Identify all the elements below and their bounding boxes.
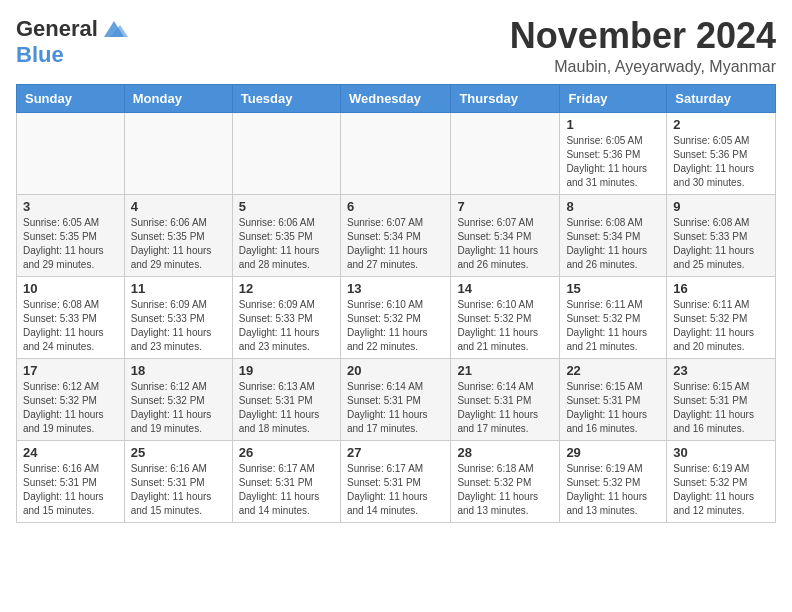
logo-blue-text: Blue: [16, 42, 64, 67]
day-info: Sunrise: 6:07 AM Sunset: 5:34 PM Dayligh…: [457, 216, 553, 272]
calendar-week-row: 10Sunrise: 6:08 AM Sunset: 5:33 PM Dayli…: [17, 276, 776, 358]
month-title: November 2024: [510, 16, 776, 56]
calendar-cell: [340, 112, 450, 194]
day-number: 30: [673, 445, 769, 460]
day-info: Sunrise: 6:19 AM Sunset: 5:32 PM Dayligh…: [566, 462, 660, 518]
day-info: Sunrise: 6:05 AM Sunset: 5:35 PM Dayligh…: [23, 216, 118, 272]
title-block: November 2024 Maubin, Ayeyarwady, Myanma…: [510, 16, 776, 76]
day-info: Sunrise: 6:14 AM Sunset: 5:31 PM Dayligh…: [347, 380, 444, 436]
day-info: Sunrise: 6:07 AM Sunset: 5:34 PM Dayligh…: [347, 216, 444, 272]
calendar-cell: 19Sunrise: 6:13 AM Sunset: 5:31 PM Dayli…: [232, 358, 340, 440]
day-number: 18: [131, 363, 226, 378]
day-info: Sunrise: 6:08 AM Sunset: 5:33 PM Dayligh…: [23, 298, 118, 354]
calendar-cell: [124, 112, 232, 194]
day-info: Sunrise: 6:09 AM Sunset: 5:33 PM Dayligh…: [239, 298, 334, 354]
day-number: 27: [347, 445, 444, 460]
calendar-cell: 3Sunrise: 6:05 AM Sunset: 5:35 PM Daylig…: [17, 194, 125, 276]
day-number: 22: [566, 363, 660, 378]
calendar-cell: 4Sunrise: 6:06 AM Sunset: 5:35 PM Daylig…: [124, 194, 232, 276]
calendar-cell: [232, 112, 340, 194]
calendar-week-row: 1Sunrise: 6:05 AM Sunset: 5:36 PM Daylig…: [17, 112, 776, 194]
weekday-header-wednesday: Wednesday: [340, 84, 450, 112]
weekday-header-saturday: Saturday: [667, 84, 776, 112]
weekday-header-friday: Friday: [560, 84, 667, 112]
day-number: 21: [457, 363, 553, 378]
day-number: 8: [566, 199, 660, 214]
logo-general-text: General: [16, 16, 98, 42]
calendar-cell: 22Sunrise: 6:15 AM Sunset: 5:31 PM Dayli…: [560, 358, 667, 440]
day-info: Sunrise: 6:19 AM Sunset: 5:32 PM Dayligh…: [673, 462, 769, 518]
calendar-cell: 10Sunrise: 6:08 AM Sunset: 5:33 PM Dayli…: [17, 276, 125, 358]
calendar-cell: 17Sunrise: 6:12 AM Sunset: 5:32 PM Dayli…: [17, 358, 125, 440]
calendar-cell: 23Sunrise: 6:15 AM Sunset: 5:31 PM Dayli…: [667, 358, 776, 440]
day-info: Sunrise: 6:06 AM Sunset: 5:35 PM Dayligh…: [239, 216, 334, 272]
day-info: Sunrise: 6:12 AM Sunset: 5:32 PM Dayligh…: [23, 380, 118, 436]
calendar-cell: 11Sunrise: 6:09 AM Sunset: 5:33 PM Dayli…: [124, 276, 232, 358]
calendar-cell: 24Sunrise: 6:16 AM Sunset: 5:31 PM Dayli…: [17, 440, 125, 522]
day-number: 13: [347, 281, 444, 296]
day-number: 5: [239, 199, 334, 214]
calendar-cell: 6Sunrise: 6:07 AM Sunset: 5:34 PM Daylig…: [340, 194, 450, 276]
day-info: Sunrise: 6:17 AM Sunset: 5:31 PM Dayligh…: [239, 462, 334, 518]
calendar-cell: 30Sunrise: 6:19 AM Sunset: 5:32 PM Dayli…: [667, 440, 776, 522]
calendar-cell: 1Sunrise: 6:05 AM Sunset: 5:36 PM Daylig…: [560, 112, 667, 194]
day-number: 2: [673, 117, 769, 132]
day-info: Sunrise: 6:16 AM Sunset: 5:31 PM Dayligh…: [23, 462, 118, 518]
day-info: Sunrise: 6:15 AM Sunset: 5:31 PM Dayligh…: [566, 380, 660, 436]
day-info: Sunrise: 6:10 AM Sunset: 5:32 PM Dayligh…: [457, 298, 553, 354]
day-info: Sunrise: 6:16 AM Sunset: 5:31 PM Dayligh…: [131, 462, 226, 518]
day-number: 16: [673, 281, 769, 296]
day-info: Sunrise: 6:06 AM Sunset: 5:35 PM Dayligh…: [131, 216, 226, 272]
weekday-header-thursday: Thursday: [451, 84, 560, 112]
calendar-cell: 27Sunrise: 6:17 AM Sunset: 5:31 PM Dayli…: [340, 440, 450, 522]
day-info: Sunrise: 6:13 AM Sunset: 5:31 PM Dayligh…: [239, 380, 334, 436]
calendar-cell: 28Sunrise: 6:18 AM Sunset: 5:32 PM Dayli…: [451, 440, 560, 522]
calendar-cell: 9Sunrise: 6:08 AM Sunset: 5:33 PM Daylig…: [667, 194, 776, 276]
weekday-header-tuesday: Tuesday: [232, 84, 340, 112]
calendar-cell: 15Sunrise: 6:11 AM Sunset: 5:32 PM Dayli…: [560, 276, 667, 358]
day-number: 19: [239, 363, 334, 378]
day-info: Sunrise: 6:15 AM Sunset: 5:31 PM Dayligh…: [673, 380, 769, 436]
day-info: Sunrise: 6:12 AM Sunset: 5:32 PM Dayligh…: [131, 380, 226, 436]
day-number: 10: [23, 281, 118, 296]
calendar-cell: 20Sunrise: 6:14 AM Sunset: 5:31 PM Dayli…: [340, 358, 450, 440]
day-info: Sunrise: 6:09 AM Sunset: 5:33 PM Dayligh…: [131, 298, 226, 354]
day-number: 28: [457, 445, 553, 460]
day-number: 14: [457, 281, 553, 296]
calendar-header-row: SundayMondayTuesdayWednesdayThursdayFrid…: [17, 84, 776, 112]
calendar-cell: 16Sunrise: 6:11 AM Sunset: 5:32 PM Dayli…: [667, 276, 776, 358]
calendar-cell: 13Sunrise: 6:10 AM Sunset: 5:32 PM Dayli…: [340, 276, 450, 358]
weekday-header-sunday: Sunday: [17, 84, 125, 112]
day-info: Sunrise: 6:08 AM Sunset: 5:33 PM Dayligh…: [673, 216, 769, 272]
calendar-cell: 14Sunrise: 6:10 AM Sunset: 5:32 PM Dayli…: [451, 276, 560, 358]
calendar-cell: 8Sunrise: 6:08 AM Sunset: 5:34 PM Daylig…: [560, 194, 667, 276]
day-number: 3: [23, 199, 118, 214]
day-info: Sunrise: 6:05 AM Sunset: 5:36 PM Dayligh…: [566, 134, 660, 190]
day-info: Sunrise: 6:05 AM Sunset: 5:36 PM Dayligh…: [673, 134, 769, 190]
calendar-cell: 25Sunrise: 6:16 AM Sunset: 5:31 PM Dayli…: [124, 440, 232, 522]
day-number: 4: [131, 199, 226, 214]
calendar-week-row: 3Sunrise: 6:05 AM Sunset: 5:35 PM Daylig…: [17, 194, 776, 276]
day-number: 7: [457, 199, 553, 214]
page-header: General Blue November 2024 Maubin, Ayeya…: [16, 16, 776, 76]
calendar-week-row: 24Sunrise: 6:16 AM Sunset: 5:31 PM Dayli…: [17, 440, 776, 522]
weekday-header-monday: Monday: [124, 84, 232, 112]
calendar-table: SundayMondayTuesdayWednesdayThursdayFrid…: [16, 84, 776, 523]
day-number: 11: [131, 281, 226, 296]
calendar-cell: 7Sunrise: 6:07 AM Sunset: 5:34 PM Daylig…: [451, 194, 560, 276]
day-number: 29: [566, 445, 660, 460]
calendar-cell: [17, 112, 125, 194]
day-number: 26: [239, 445, 334, 460]
calendar-cell: 26Sunrise: 6:17 AM Sunset: 5:31 PM Dayli…: [232, 440, 340, 522]
day-number: 20: [347, 363, 444, 378]
calendar-cell: [451, 112, 560, 194]
day-number: 6: [347, 199, 444, 214]
location-subtitle: Maubin, Ayeyarwady, Myanmar: [510, 58, 776, 76]
calendar-cell: 18Sunrise: 6:12 AM Sunset: 5:32 PM Dayli…: [124, 358, 232, 440]
day-info: Sunrise: 6:18 AM Sunset: 5:32 PM Dayligh…: [457, 462, 553, 518]
day-info: Sunrise: 6:14 AM Sunset: 5:31 PM Dayligh…: [457, 380, 553, 436]
calendar-cell: 2Sunrise: 6:05 AM Sunset: 5:36 PM Daylig…: [667, 112, 776, 194]
day-info: Sunrise: 6:11 AM Sunset: 5:32 PM Dayligh…: [566, 298, 660, 354]
day-number: 15: [566, 281, 660, 296]
day-info: Sunrise: 6:08 AM Sunset: 5:34 PM Dayligh…: [566, 216, 660, 272]
